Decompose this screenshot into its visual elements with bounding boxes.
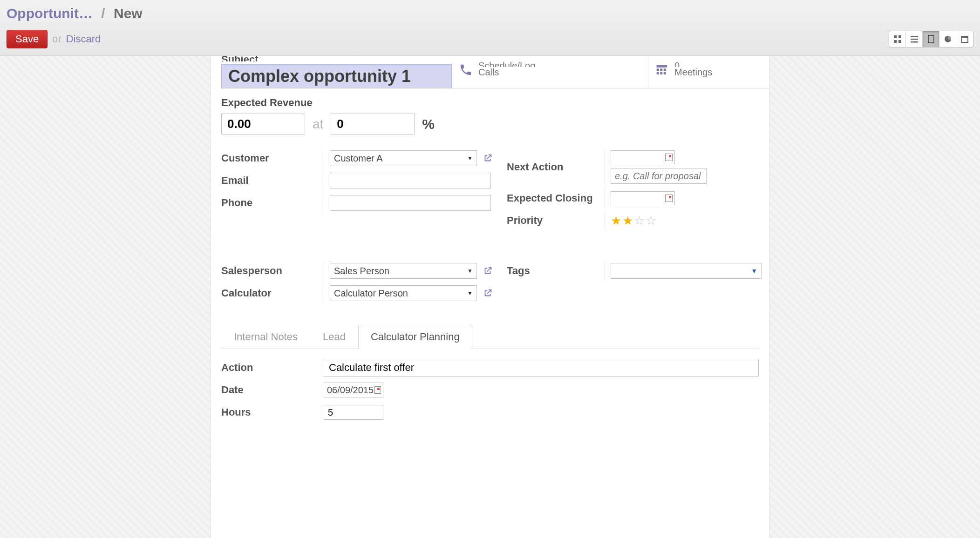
- view-form-button[interactable]: [923, 31, 939, 47]
- svg-rect-10: [961, 36, 968, 38]
- list-icon: [910, 35, 919, 43]
- breadcrumb: Opportunit… / New: [7, 6, 973, 21]
- calculator-select[interactable]: Calculator Person ▼: [330, 285, 477, 301]
- external-link-icon: [483, 153, 493, 163]
- tab-lead[interactable]: Lead: [310, 325, 358, 349]
- stat-meetings-count: 0: [674, 59, 769, 67]
- calendar-icon: [960, 35, 969, 43]
- view-graph-button[interactable]: [939, 31, 956, 47]
- calendar-picker-icon: [374, 386, 381, 394]
- email-input[interactable]: [330, 173, 491, 188]
- tab-calculator-planning[interactable]: Calculator Planning: [358, 325, 472, 349]
- planning-date-value: 06/09/2015: [327, 385, 374, 396]
- expected-closing-label: Expected Closing: [507, 192, 605, 204]
- percent-sign: %: [422, 116, 435, 132]
- svg-rect-12: [657, 69, 659, 71]
- priority-label: Priority: [507, 215, 605, 227]
- expected-revenue-input[interactable]: [221, 114, 305, 134]
- star-2[interactable]: ★: [622, 214, 633, 228]
- at-text: at: [313, 117, 323, 132]
- external-link-icon: [483, 266, 493, 276]
- star-1[interactable]: ★: [611, 214, 621, 228]
- priority-stars[interactable]: ★ ★ ☆ ☆: [611, 214, 656, 228]
- svg-rect-4: [911, 36, 918, 37]
- stat-button-calls[interactable]: Schedule/Log Calls: [452, 56, 648, 88]
- subject-input[interactable]: [221, 64, 452, 88]
- external-link-icon: [483, 288, 493, 298]
- tags-input[interactable]: ▼: [611, 263, 762, 279]
- view-switcher: [889, 31, 973, 47]
- email-label: Email: [221, 175, 324, 187]
- star-4[interactable]: ☆: [646, 214, 656, 228]
- next-action-date-input[interactable]: [611, 150, 675, 164]
- kanban-icon: [893, 35, 902, 43]
- caret-down-icon: ▼: [467, 268, 473, 274]
- svg-rect-2: [894, 40, 897, 43]
- svg-rect-17: [664, 72, 666, 74]
- salesperson-value: Sales Person: [334, 266, 389, 276]
- customer-value: Customer A: [334, 153, 382, 164]
- svg-rect-14: [664, 69, 666, 71]
- svg-rect-0: [894, 35, 897, 38]
- customer-select[interactable]: Customer A ▼: [330, 150, 477, 166]
- expected-closing-date-input[interactable]: [611, 191, 675, 205]
- caret-down-icon: ▼: [467, 290, 473, 296]
- star-3[interactable]: ☆: [634, 214, 645, 228]
- or-text: or: [52, 33, 61, 45]
- planning-action-input[interactable]: [324, 359, 759, 377]
- subject-label: Subject: [221, 56, 452, 61]
- planning-hours-label: Hours: [221, 406, 324, 418]
- svg-rect-11: [657, 65, 667, 67]
- expected-revenue-label: Expected Revenue: [221, 97, 759, 109]
- view-kanban-button[interactable]: [889, 31, 906, 47]
- tags-label: Tags: [507, 265, 605, 277]
- view-calendar-button[interactable]: [956, 31, 973, 47]
- phone-icon: [459, 63, 473, 77]
- stat-button-meetings[interactable]: 0 Meetings: [648, 56, 769, 88]
- stat-calls-line2: Calls: [478, 67, 640, 78]
- caret-down-icon: ▼: [467, 155, 473, 161]
- svg-rect-7: [928, 35, 934, 43]
- customer-external-link[interactable]: [483, 153, 493, 163]
- svg-rect-5: [911, 39, 918, 40]
- breadcrumb-separator: /: [101, 6, 105, 21]
- breadcrumb-current: New: [114, 6, 143, 21]
- dropdown-caret-icon: ▼: [751, 267, 757, 275]
- view-list-button[interactable]: [906, 31, 923, 47]
- next-action-text-input[interactable]: [611, 168, 707, 184]
- calendar-grid-icon: [655, 63, 669, 77]
- pie-chart-icon: [944, 35, 952, 43]
- discard-link[interactable]: Discard: [66, 33, 101, 45]
- salesperson-select[interactable]: Sales Person ▼: [330, 263, 477, 279]
- next-action-label: Next Action: [507, 161, 605, 173]
- stat-meetings-label: Meetings: [674, 67, 769, 78]
- calculator-value: Calculator Person: [334, 288, 408, 299]
- planning-date-label: Date: [221, 384, 324, 396]
- calculator-external-link[interactable]: [483, 288, 493, 298]
- notebook-tabs: Internal Notes Lead Calculator Planning: [221, 324, 759, 349]
- planning-date-input[interactable]: 06/09/2015: [324, 383, 383, 397]
- svg-rect-3: [898, 40, 901, 43]
- svg-rect-15: [657, 72, 659, 74]
- form-sheet: Subject Schedule/Log Calls: [211, 56, 769, 538]
- svg-rect-1: [898, 35, 901, 38]
- phone-label: Phone: [221, 197, 324, 209]
- calendar-picker-icon: [665, 195, 673, 202]
- probability-input[interactable]: [331, 114, 415, 134]
- save-button[interactable]: Save: [7, 30, 48, 48]
- svg-rect-13: [660, 69, 662, 71]
- breadcrumb-root-link[interactable]: Opportunit…: [7, 6, 93, 21]
- stat-calls-line1: Schedule/Log: [478, 59, 640, 67]
- planning-action-label: Action: [221, 362, 324, 374]
- svg-rect-16: [660, 72, 662, 74]
- salesperson-external-link[interactable]: [483, 266, 493, 276]
- form-icon: [927, 35, 935, 43]
- svg-rect-6: [911, 41, 918, 43]
- calculator-label: Calculator: [221, 287, 324, 299]
- phone-input[interactable]: [330, 195, 491, 211]
- salesperson-label: Salesperson: [221, 265, 324, 277]
- calendar-picker-icon: [665, 154, 673, 161]
- planning-hours-input[interactable]: [324, 405, 383, 420]
- customer-label: Customer: [221, 152, 324, 164]
- tab-internal-notes[interactable]: Internal Notes: [221, 325, 310, 349]
